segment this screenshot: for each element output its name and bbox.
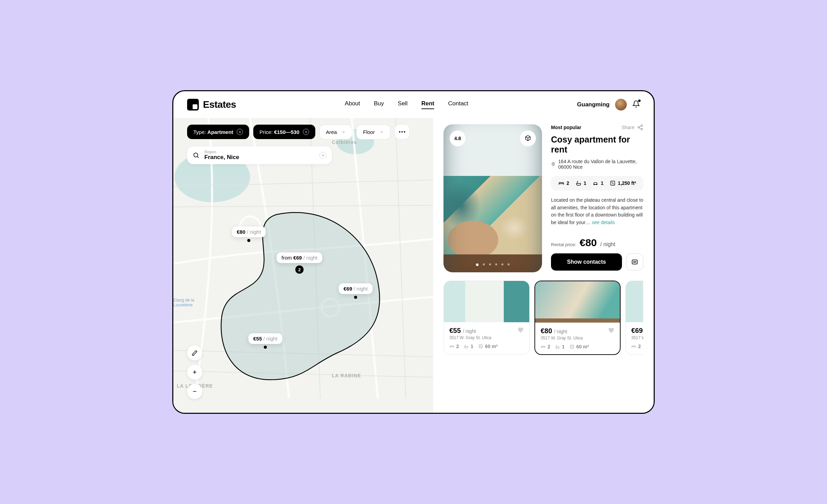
hero-image[interactable]: 4.8 [443, 124, 542, 272]
nav-contact[interactable]: Contact [448, 100, 468, 109]
filter-area-dropdown[interactable]: Area [319, 125, 353, 139]
filter-price-chip[interactable]: Price: €150—530 ✕ [253, 125, 315, 139]
card-address: 3517 W. Gray St. Utica [631, 335, 643, 340]
price-row: Rental price: €80 / night [551, 237, 643, 249]
detail-pane: 4.8 Most popular Share [433, 118, 654, 413]
map-label: Etang de la Louveterie [173, 298, 194, 307]
bath-icon [575, 180, 582, 186]
svg-point-14 [633, 262, 634, 262]
map-tools [187, 345, 202, 399]
share-button[interactable]: Share [622, 124, 643, 130]
zoom-out-button[interactable] [187, 384, 202, 399]
heart-icon [608, 327, 614, 334]
pin-dot [247, 239, 251, 242]
area-icon [610, 180, 616, 186]
chevron-down-icon [380, 130, 384, 134]
region-label: Region [204, 150, 315, 154]
user-name: Guangming [577, 101, 610, 108]
show-contacts-button[interactable]: Show contacts [551, 253, 622, 271]
detail-info: Most popular Share Cosy apartment for re… [551, 124, 643, 272]
nav-buy[interactable]: Buy [374, 100, 384, 109]
close-icon[interactable]: ✕ [237, 129, 243, 135]
listing-card[interactable]: €55 / night3517 W. Gray St. Utica2160 m² [443, 281, 530, 355]
nav-about[interactable]: About [345, 100, 360, 109]
map-price-pin[interactable]: €69 / night [339, 283, 372, 294]
notification-dot [638, 99, 641, 102]
see-details-link[interactable]: see details [592, 220, 615, 225]
favorite-button[interactable] [517, 326, 524, 335]
card-price: €69 / night [631, 327, 643, 335]
svg-point-9 [553, 163, 554, 164]
listing-description: Located on the plateau central and close… [551, 197, 643, 227]
rating-badge: 4.8 [450, 130, 466, 146]
chevron-down-icon [341, 130, 346, 134]
zoom-in-button[interactable] [187, 365, 202, 380]
filter-type-chip[interactable]: Type: Apartment ✕ [187, 125, 249, 139]
pencil-icon [192, 350, 198, 356]
card-image [535, 281, 620, 323]
nav-rent[interactable]: Rent [421, 100, 435, 109]
notifications-button[interactable] [632, 100, 640, 109]
listing-card-strip[interactable]: €55 / night3517 W. Gray St. Utica2160 m²… [443, 281, 643, 355]
card-specs: 2160 m² [541, 344, 614, 349]
card-image [626, 281, 643, 322]
card-address: 3517 W. Gray St. Utica [541, 336, 614, 340]
price-amount: €80 [580, 237, 597, 249]
map-price-pin[interactable]: €55 / night [248, 333, 282, 344]
map-label: Colbières [332, 139, 357, 145]
spec-cars: 1 [592, 180, 603, 186]
filter-floor-dropdown[interactable]: Floor [356, 125, 390, 139]
brand-name: Estates [203, 99, 236, 110]
carousel-dots[interactable] [476, 263, 510, 266]
svg-point-16 [635, 262, 636, 262]
region-value: France, Nice [204, 154, 315, 161]
listing-card[interactable]: €69 / night3517 W. Gray St. Utica2160 m² [625, 281, 643, 355]
card-specs: 2160 m² [449, 344, 524, 349]
nav-sell[interactable]: Sell [398, 100, 407, 109]
svg-point-8 [641, 128, 643, 130]
message-button[interactable] [626, 253, 643, 271]
pin-cluster-count: 2 [295, 265, 304, 274]
region-search[interactable]: Region France, Nice ✕ [187, 146, 332, 164]
minus-icon [192, 389, 197, 394]
card-image [444, 281, 529, 322]
svg-point-2 [399, 131, 400, 133]
close-icon[interactable]: ✕ [303, 129, 309, 135]
map-price-pin[interactable]: from €69 / night2 [277, 252, 322, 263]
map[interactable]: Colbières LA RABINE LA LOUVIÈRE Etang de… [173, 118, 433, 413]
draw-region-button[interactable] [187, 345, 202, 360]
dots-icon [399, 131, 405, 133]
car-icon [592, 180, 599, 186]
svg-point-4 [404, 131, 405, 133]
spec-baths: 1 [575, 180, 586, 186]
spec-area: 1,250 ft² [610, 180, 636, 186]
pin-dot [354, 296, 357, 299]
logo[interactable]: Estates [187, 99, 236, 111]
clear-region-button[interactable]: ✕ [319, 152, 326, 159]
svg-point-3 [401, 131, 403, 133]
pin-icon [551, 161, 555, 167]
map-price-pin[interactable]: €80 / night [232, 227, 266, 237]
app-window: Estates About Buy Sell Rent Contact Guan… [172, 90, 655, 414]
listing-title: Cosy apartment for rent [551, 135, 643, 155]
pin-dot [264, 346, 267, 349]
cube-icon [524, 135, 531, 142]
search-icon [193, 152, 200, 159]
heart-icon [517, 326, 524, 333]
region-field: Region France, Nice [204, 150, 315, 161]
spec-beds: 2 [558, 180, 569, 186]
header: Estates About Buy Sell Rent Contact Guan… [173, 91, 654, 118]
svg-point-6 [641, 125, 643, 127]
3d-view-button[interactable] [520, 130, 536, 146]
message-icon [631, 259, 638, 265]
popular-tag: Most popular [551, 125, 581, 130]
filter-row: Type: Apartment ✕ Price: €150—530 ✕ Area… [187, 124, 410, 139]
listing-address: 164 A route du Vallon de la Lauvette, 06… [551, 159, 643, 170]
card-specs: 2160 m² [631, 344, 643, 349]
favorite-button[interactable] [608, 327, 614, 335]
avatar[interactable] [615, 99, 627, 111]
card-address: 3517 W. Gray St. Utica [449, 335, 524, 340]
more-filters-button[interactable] [395, 124, 410, 139]
listing-card[interactable]: €80 / night3517 W. Gray St. Utica2160 m² [534, 281, 621, 355]
svg-point-15 [634, 262, 635, 262]
